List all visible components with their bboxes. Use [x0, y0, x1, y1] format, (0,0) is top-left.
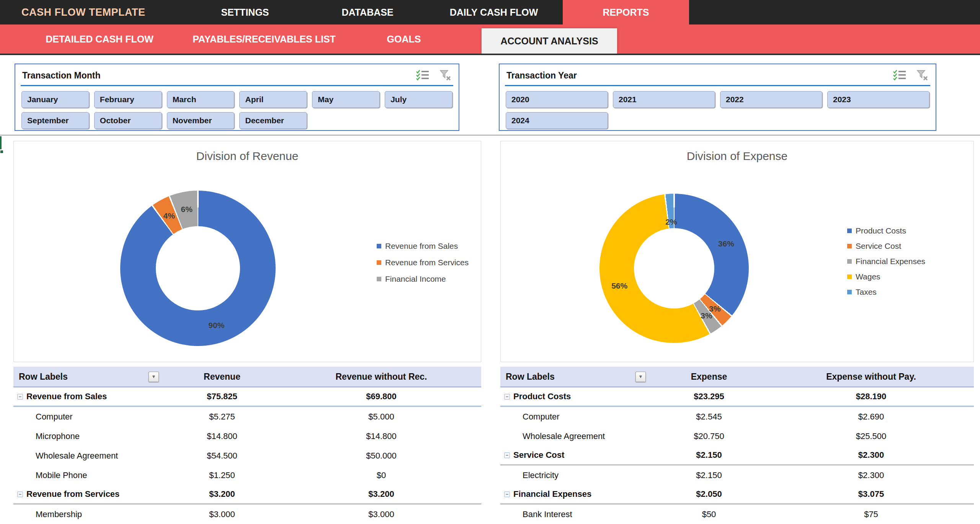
active-cell-border [0, 136, 2, 149]
expense-donut-chart: 36%3%3%56%2% [599, 194, 749, 343]
sheet-gridline [0, 135, 980, 135]
legend-item: Financial Income [377, 274, 469, 284]
subtab-account-analysis[interactable]: ACCOUNT ANALYSIS [482, 28, 617, 54]
legend-swatch [377, 277, 381, 281]
tab-reports[interactable]: REPORTS [563, 0, 689, 24]
slicer-item-button[interactable]: October [94, 112, 162, 129]
transaction-year-slicer: Transaction Year [499, 64, 936, 131]
subtab-goals[interactable]: GOALS [352, 24, 456, 54]
table-row: Revenue from Sales $75.825 $69.800 [13, 387, 481, 407]
tab-daily-cash-flow[interactable]: DAILY CASH FLOW [425, 0, 563, 24]
table-row: Microphone $14.800 $14.800 [13, 426, 481, 446]
slicer-item-button[interactable]: 2023 [827, 91, 929, 108]
chart-legend: Revenue from Sales Revenue from Services… [377, 242, 469, 284]
slicer-items: JanuaryFebruaryMarchAprilMayJulySeptembe… [15, 86, 459, 134]
tab-settings[interactable]: SETTINGS [180, 0, 310, 24]
donut-percent-label: 6% [181, 205, 193, 214]
table-row: Financial Expenses $2.050 $3.075 [500, 485, 974, 504]
transaction-month-slicer: Transaction Month [15, 64, 459, 131]
slicer-title: Transaction Month [22, 70, 416, 81]
donut-percent-label: 36% [718, 239, 734, 248]
tab-database[interactable]: DATABASE [310, 0, 425, 24]
legend-item: Revenue from Sales [377, 242, 469, 251]
reports-subtab-bar: DETAILED CASH FLOW PAYABLES/RECEIVABLES … [0, 24, 980, 54]
collapse-minus-icon[interactable] [17, 394, 23, 400]
legend-item: Revenue from Services [377, 258, 469, 267]
top-navigation-bar: CASH FLOW TEMPLATE SETTINGS DATABASE DAI… [0, 0, 980, 24]
slicer-item-button[interactable]: May [312, 91, 380, 108]
column-header: Revenue [163, 372, 281, 382]
subtab-detailed-cash-flow[interactable]: DETAILED CASH FLOW [23, 24, 176, 54]
clear-filter-icon[interactable] [439, 70, 452, 81]
slicer-item-button[interactable]: December [239, 112, 307, 129]
active-cell-fill-handle[interactable] [0, 150, 3, 153]
table-row: Computer $5.275 $5.000 [13, 407, 481, 426]
division-of-expense-chart-panel: Division of Expense 36%3%3%56%2% Product… [500, 141, 974, 362]
table-row: Bank Interest $50 $75 [500, 504, 974, 524]
legend-swatch [847, 259, 852, 264]
division-of-revenue-chart-panel: Division of Revenue 90%4%6% Revenue from… [13, 141, 481, 362]
table-row: Service Cost $2.150 $2.300 [500, 446, 974, 465]
slicer-item-button[interactable]: November [167, 112, 235, 129]
slicer-item-button[interactable]: September [21, 112, 89, 129]
slicer-item-button[interactable]: January [21, 91, 89, 108]
multi-select-icon[interactable] [416, 70, 430, 81]
slicer-item-button[interactable]: March [167, 91, 235, 108]
table-row: Wholesale Agreement $54.500 $50.000 [13, 446, 481, 465]
column-header: Revenue without Rec. [281, 372, 481, 382]
collapse-minus-icon[interactable] [504, 452, 510, 458]
app-title: CASH FLOW TEMPLATE [0, 0, 180, 24]
legend-swatch [377, 260, 381, 265]
revenue-donut-chart: 90%4%6% [120, 191, 276, 346]
legend-swatch [847, 290, 852, 294]
row-labels-header: Row Labels [506, 372, 555, 382]
donut-percent-label: 4% [163, 211, 175, 220]
donut-percent-label: 2% [665, 217, 677, 227]
legend-swatch [847, 274, 852, 279]
slicer-item-button[interactable]: February [94, 91, 162, 108]
legend-swatch [847, 244, 852, 248]
legend-swatch [847, 229, 852, 233]
row-labels-filter-dropdown-icon[interactable] [149, 372, 159, 382]
table-body: Revenue from Sales $75.825 $69.800 Compu… [13, 387, 481, 524]
table-row: Product Costs $23.295 $28.190 [500, 387, 974, 407]
legend-item: Wages [847, 272, 925, 281]
legend-item: Service Cost [847, 242, 925, 251]
slicer-item-button[interactable]: July [385, 91, 452, 108]
legend-item: Product Costs [847, 226, 925, 235]
slicer-title: Transaction Year [506, 70, 893, 81]
legend-swatch [377, 244, 381, 248]
slicer-item-button[interactable]: April [239, 91, 307, 108]
table-row: Computer $2.545 $2.690 [500, 407, 974, 426]
table-header-row: Row Labels Revenue Revenue without Rec. [13, 367, 481, 387]
table-header-row: Row Labels Expense Expense without Pay. [500, 367, 974, 387]
donut-percent-label: 90% [208, 321, 224, 330]
table-row: Mobile Phone $1.250 $0 [13, 465, 481, 485]
expense-pivot-table: Row Labels Expense Expense without Pay. … [500, 367, 974, 524]
account-analysis-dashboard: CASH FLOW TEMPLATE SETTINGS DATABASE DAI… [0, 0, 980, 524]
row-labels-header: Row Labels [19, 372, 68, 382]
slicer-item-button[interactable]: 2021 [613, 91, 715, 108]
multi-select-icon[interactable] [893, 70, 906, 81]
slicer-item-button[interactable]: 2022 [720, 91, 822, 108]
row-labels-filter-dropdown-icon[interactable] [635, 372, 646, 382]
table-body: Product Costs $23.295 $28.190 Computer $… [500, 387, 974, 524]
column-header: Expense [650, 372, 768, 382]
topbar-filler [689, 0, 980, 24]
collapse-minus-icon[interactable] [504, 491, 510, 497]
collapse-minus-icon[interactable] [17, 491, 23, 497]
donut-percent-label: 56% [611, 281, 627, 291]
column-header: Expense without Pay. [768, 372, 974, 382]
slicer-item-button[interactable]: 2024 [506, 112, 608, 129]
nav-separator-line [0, 54, 980, 55]
chart-title: Division of Revenue [14, 150, 481, 163]
legend-item: Taxes [847, 287, 925, 297]
donut-percent-label: 3% [701, 311, 712, 320]
slicer-item-button[interactable]: 2020 [506, 91, 608, 108]
legend-item: Financial Expenses [847, 257, 925, 266]
table-row: Membership $3.000 $3.000 [13, 504, 481, 524]
chart-legend: Product Costs Service Cost Financial Exp… [847, 226, 925, 297]
collapse-minus-icon[interactable] [504, 394, 510, 400]
subtab-payables-receivables-list[interactable]: PAYABLES/RECEIVABLES LIST [176, 24, 352, 54]
clear-filter-icon[interactable] [916, 70, 929, 81]
